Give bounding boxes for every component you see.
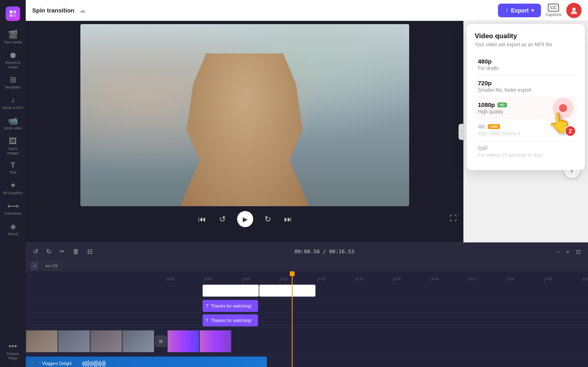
quality-name-720p: 720p: [478, 80, 492, 86]
uhd-badge: UHD: [488, 124, 500, 129]
track-row-text-overlay-1: T Thanks for watching!: [26, 299, 588, 313]
fit-button[interactable]: ⊡: [574, 247, 583, 256]
quality-desc-480p: For drafts: [478, 66, 574, 71]
forward-button[interactable]: ↻: [263, 213, 273, 226]
track-content-text-overlay-1: T Thanks for watching!: [203, 299, 588, 313]
timeline: ↺ ↻ ✂ 🗑 ⊟ 00:08.58 / 00:16.53 − + ⊡ ▾: [26, 242, 588, 367]
project-title: Spin transition: [32, 7, 74, 14]
player-controls: ⏮ ↺ ▶ ↻ ⏭: [41, 206, 450, 230]
text-clip-1-label: T: [206, 303, 209, 308]
svg-rect-2: [10, 14, 12, 17]
popup-title: Video quality: [475, 32, 577, 40]
popup-subtitle: Your video will export as an MP4 file: [475, 42, 577, 47]
skip-forward-button[interactable]: ⏭: [283, 213, 294, 226]
sidebar-item-music[interactable]: ♪ Music & SFX: [1, 93, 25, 113]
collapse-tab[interactable]: ‹: [459, 124, 464, 140]
sidebar-item-stock-images[interactable]: 🖼 Stock images: [1, 134, 25, 159]
text-clip-2[interactable]: T Thanks for watching!: [203, 314, 258, 326]
play-button[interactable]: ▶: [237, 211, 253, 227]
split-button[interactable]: ⊟: [85, 246, 95, 257]
track-row-text-1: [26, 283, 588, 299]
sidebar-item-templates[interactable]: ⊞ Templates: [1, 72, 25, 93]
captions-button[interactable]: CC Captions: [546, 4, 561, 17]
export-chevron-icon: ▾: [531, 8, 534, 13]
media-icon: 🎬: [8, 31, 18, 39]
quality-desc-4k: Your video has no 4: [478, 131, 574, 136]
quality-name-gif: GIF: [478, 145, 488, 152]
player-controls-row: ⏮ ↺ ▶ ↻ ⏭ ⛶: [26, 206, 463, 230]
quality-option-480p[interactable]: 480p For drafts: [475, 54, 577, 76]
fullscreen-button[interactable]: ⛶: [450, 214, 457, 223]
feature-flags-icon: •••: [8, 342, 17, 350]
total-time: 00:16.53: [329, 248, 354, 254]
video-preview: ⏮ ↺ ▶ ↻ ⏭ ⛶: [26, 21, 463, 242]
quality-desc-gif: For videos 15 seconds or less: [478, 152, 574, 158]
export-upload-icon: ↑: [505, 7, 508, 14]
video-frame: [80, 24, 409, 206]
sidebar-item-graphics[interactable]: ✦ 88 Graphics: [1, 178, 25, 199]
quality-name-4k: 4K: [478, 123, 486, 130]
record-icon: ⏺: [9, 51, 17, 59]
zoom-out-button[interactable]: −: [554, 247, 562, 256]
templates-icon: ⊞: [10, 76, 16, 84]
skip-back-button[interactable]: ⏮: [197, 213, 208, 226]
export-button[interactable]: ↑ Export ▾: [498, 4, 541, 17]
main-area: Spin transition ☁ ↑ Export ▾ CC Captions: [26, 0, 588, 367]
undo-button[interactable]: ↺: [31, 246, 41, 257]
captions-label: Captions: [546, 12, 561, 17]
redo-button[interactable]: ↻: [44, 246, 54, 257]
quality-name-480p: 480p: [478, 58, 492, 65]
expand-timeline-button[interactable]: ▾: [31, 262, 39, 270]
svg-rect-0: [10, 10, 12, 13]
rewind-button[interactable]: ↺: [217, 213, 227, 226]
quality-option-4k[interactable]: 4K UHD Your video has no 4: [475, 119, 577, 141]
video-thumbnails[interactable]: ⊠: [26, 330, 232, 353]
selected-indicator: [553, 98, 574, 119]
quality-option-gif[interactable]: GIF For videos 15 seconds or less: [475, 141, 577, 162]
text-icon: T: [11, 162, 15, 169]
right-panel: ‹ Video quality Your video will export a…: [463, 21, 588, 242]
track-content-audio: 🎵 🎵 Vloggers Delight: [26, 355, 588, 367]
zoom-controls: − + ⊡: [554, 247, 583, 256]
sidebar-item-stock-video[interactable]: 📹 Stock video: [1, 113, 25, 134]
cloud-save-icon: ☁: [79, 6, 86, 14]
sidebar-item-feature-flags[interactable]: ••• Feature Flags: [1, 339, 25, 364]
language-button[interactable]: en-US: [42, 262, 61, 270]
text-clip-1[interactable]: T Thanks for watching!: [203, 300, 258, 312]
text-clip-2-text: Thanks for watching!: [211, 318, 252, 323]
sidebar-item-text[interactable]: T Text: [1, 158, 25, 178]
audio-waveform: [82, 360, 264, 367]
selected-dot: [559, 104, 567, 112]
time-display: 00:08.58 / 00:16.53: [98, 248, 551, 254]
time-separator: /: [323, 248, 329, 254]
audio-clip[interactable]: 🎵 🎵 Vloggers Delight: [26, 357, 267, 367]
graphics-icon: ✦: [10, 181, 16, 189]
timeline-header-row: ▾ en-US: [26, 260, 588, 271]
cut-button[interactable]: ✂: [57, 246, 67, 257]
thumb-2: [58, 330, 90, 353]
quality-option-1080p[interactable]: 1080p HD High quality: [475, 97, 577, 119]
thumb-4: [122, 330, 154, 353]
timeline-ruler: 0 0:03 0:06 0:09: [26, 271, 588, 283]
app-logo[interactable]: [6, 6, 20, 21]
sidebar-item-your-media[interactable]: 🎬 Your media: [1, 27, 25, 48]
sidebar-item-transitions[interactable]: ⟷ Transitions: [1, 199, 25, 219]
topbar: Spin transition ☁ ↑ Export ▾ CC Captions: [26, 0, 588, 21]
stock-video-icon: 📹: [8, 117, 18, 125]
sidebar-item-record[interactable]: ⏺ Record & create: [1, 48, 25, 73]
sidebar-item-brand[interactable]: ◈ Brand: [1, 219, 25, 240]
quality-desc-720p: Smaller file, faster export: [478, 87, 574, 93]
track-content-text-overlay-2: T Thanks for watching!: [203, 313, 588, 327]
current-time: 00:08.58: [295, 248, 320, 254]
timeline-tracks: T Thanks for watching! T Thanks for watc…: [26, 283, 588, 367]
thumb-3: [90, 330, 122, 353]
quality-option-720p[interactable]: 720p Smaller file, faster export: [475, 76, 577, 97]
user-avatar[interactable]: [566, 3, 582, 18]
zoom-in-button[interactable]: +: [564, 247, 572, 256]
track-row-main-video: ⊠: [26, 328, 588, 355]
delete-button[interactable]: 🗑: [70, 246, 82, 257]
transition-marker: ⊠: [155, 336, 166, 347]
quality-name-1080p: 1080p: [478, 101, 495, 108]
track-row-audio: 🎵 🎵 Vloggers Delight: [26, 355, 588, 367]
stock-images-icon: 🖼: [9, 137, 17, 145]
